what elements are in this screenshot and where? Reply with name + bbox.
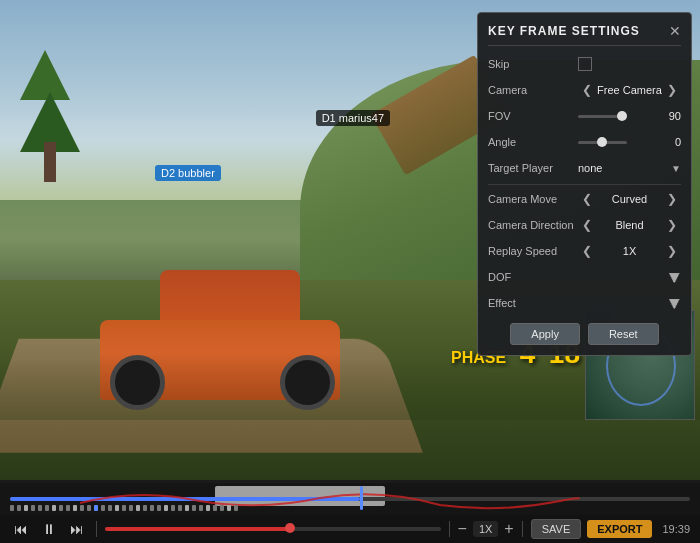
- skip-label: Skip: [488, 58, 578, 70]
- fov-thumb: [617, 111, 627, 121]
- camera-label: Camera: [488, 84, 578, 96]
- fov-label: FOV: [488, 110, 578, 122]
- camera-direction-next-button[interactable]: ❯: [663, 218, 681, 232]
- export-button[interactable]: EXPORT: [587, 520, 652, 538]
- angle-row: Angle 0: [488, 132, 681, 152]
- fov-value: 90: [633, 110, 682, 122]
- player-label-2: D2 bubbler: [155, 165, 221, 181]
- camera-value: Free Camera: [596, 84, 663, 96]
- keyframe-panel: KEY FRAME SETTINGS ✕ Skip Camera ❮ Free …: [477, 12, 692, 356]
- fov-row: FOV 90: [488, 106, 681, 126]
- target-player-value: none: [578, 162, 602, 174]
- main-car: [80, 270, 360, 400]
- effect-expand-icon[interactable]: ⯆: [668, 296, 681, 311]
- divider-3: [522, 521, 523, 537]
- scrubber-thumb: [285, 523, 295, 533]
- angle-thumb: [597, 137, 607, 147]
- target-player-label: Target Player: [488, 162, 578, 174]
- camera-move-next-button[interactable]: ❯: [663, 192, 681, 206]
- replay-speed-nav: ❮ 1X ❯: [578, 244, 681, 258]
- tick-marks: [10, 505, 690, 511]
- camera-move-value: Curved: [596, 193, 663, 205]
- camera-move-label: Camera Move: [488, 193, 578, 205]
- angle-slider-container: 0: [578, 136, 681, 148]
- target-player-row: Target Player none ▼: [488, 158, 681, 178]
- replay-speed-row: Replay Speed ❮ 1X ❯: [488, 241, 681, 261]
- panel-title: KEY FRAME SETTINGS: [488, 24, 640, 38]
- camera-row: Camera ❮ Free Camera ❯: [488, 80, 681, 100]
- divider: [488, 184, 681, 185]
- dof-expand-icon[interactable]: ⯆: [668, 270, 681, 285]
- camera-direction-row: Camera Direction ❮ Blend ❯: [488, 215, 681, 235]
- fov-slider[interactable]: [578, 115, 627, 118]
- timeline-area: // generate ticks in SVG via template ap…: [0, 483, 700, 515]
- effect-dropdown[interactable]: ⯆: [578, 296, 681, 311]
- angle-slider[interactable]: [578, 141, 627, 144]
- play-pause-button[interactable]: ⏸: [38, 519, 60, 539]
- camera-direction-nav: ❮ Blend ❯: [578, 218, 681, 232]
- skip-back-button[interactable]: ⏮: [10, 519, 32, 539]
- camera-direction-prev-button[interactable]: ❮: [578, 218, 596, 232]
- divider-2: [449, 521, 450, 537]
- dof-row: DOF ⯆: [488, 267, 681, 287]
- close-button[interactable]: ✕: [669, 23, 681, 39]
- timestamp: 19:39: [662, 523, 690, 535]
- angle-label: Angle: [488, 136, 578, 148]
- replay-speed-prev-button[interactable]: ❮: [578, 244, 596, 258]
- save-button[interactable]: SAVE: [531, 519, 582, 539]
- scrubber-progress: [105, 527, 290, 531]
- divider-1: [96, 521, 97, 537]
- camera-move-row: Camera Move ❮ Curved ❯: [488, 189, 681, 209]
- scrubber-track[interactable]: [105, 527, 441, 531]
- reset-button[interactable]: Reset: [588, 323, 659, 345]
- fov-slider-container: 90: [578, 110, 681, 122]
- camera-nav: ❮ Free Camera ❯: [578, 83, 681, 97]
- dof-label: DOF: [488, 271, 578, 283]
- apply-button[interactable]: Apply: [510, 323, 580, 345]
- skip-row: Skip: [488, 54, 681, 74]
- camera-direction-label: Camera Direction: [488, 219, 578, 231]
- playhead[interactable]: [360, 486, 363, 510]
- target-player-chevron-icon: ▼: [671, 163, 681, 174]
- replay-speed-label: Replay Speed: [488, 245, 578, 257]
- camera-direction-value: Blend: [596, 219, 663, 231]
- effect-label: Effect: [488, 297, 578, 309]
- camera-prev-button[interactable]: ❮: [578, 83, 596, 97]
- camera-move-prev-button[interactable]: ❮: [578, 192, 596, 206]
- skip-forward-button[interactable]: ⏭: [66, 519, 88, 539]
- camera-move-nav: ❮ Curved ❯: [578, 192, 681, 206]
- tree-decoration: [20, 50, 80, 182]
- target-player-select[interactable]: none ▼: [578, 162, 681, 174]
- replay-speed-next-button[interactable]: ❯: [663, 244, 681, 258]
- minus-button[interactable]: −: [458, 520, 467, 538]
- effect-row: Effect ⯆: [488, 293, 681, 313]
- speed-display: 1X: [473, 521, 498, 537]
- panel-header: KEY FRAME SETTINGS ✕: [488, 23, 681, 46]
- replay-speed-value: 1X: [596, 245, 663, 257]
- dof-dropdown[interactable]: ⯆: [578, 270, 681, 285]
- player-label-1: D1 marius47: [316, 110, 390, 126]
- controls-bar: ⏮ ⏸ ⏭ − 1X + SAVE EXPORT 19:39: [0, 515, 700, 543]
- plus-button[interactable]: +: [504, 520, 513, 538]
- skip-checkbox[interactable]: [578, 57, 592, 71]
- camera-next-button[interactable]: ❯: [663, 83, 681, 97]
- angle-value: 0: [633, 136, 682, 148]
- panel-buttons: Apply Reset: [488, 323, 681, 345]
